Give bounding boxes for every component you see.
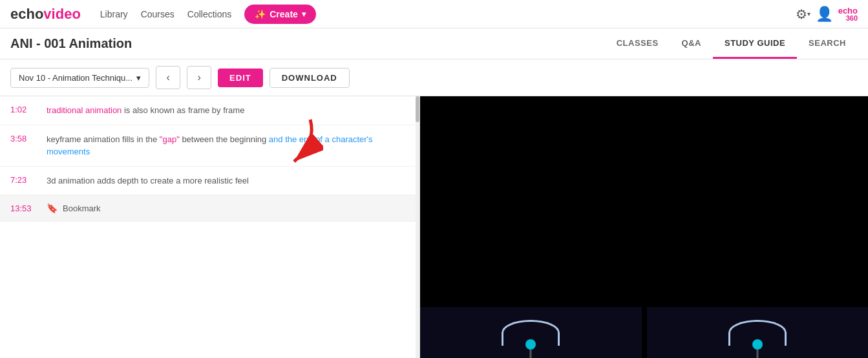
main-content: 1:02 traditional animation is also known…: [0, 96, 868, 358]
download-label: DOWNLOAD: [282, 73, 337, 83]
nav-link-library[interactable]: Library: [100, 9, 128, 19]
toolbar: Nov 10 - Animation Techniqu... ▾ ‹ › EDI…: [0, 59, 868, 96]
thumb-inner-1: [420, 307, 642, 358]
settings-button[interactable]: ⚙ ▾: [796, 6, 810, 22]
tab-classes[interactable]: CLASSES: [605, 28, 670, 59]
timestamp-4[interactable]: 13:53: [10, 203, 36, 213]
prev-arrow-icon: ‹: [166, 72, 169, 83]
video-thumb-1[interactable]: [420, 307, 642, 358]
nav-link-courses[interactable]: Courses: [141, 9, 175, 19]
echo360-brand: echo 360: [838, 6, 858, 22]
page-title: ANI - 001 Animation: [10, 36, 605, 51]
top-navigation: echovideo Library Courses Collections ✨ …: [0, 0, 868, 28]
chevron-down-icon: ▾: [302, 10, 306, 19]
session-dropdown[interactable]: Nov 10 - Animation Techniqu... ▾: [10, 68, 149, 88]
settings-icon: ⚙: [796, 6, 807, 22]
video-thumbnails: [420, 307, 868, 358]
tab-qa[interactable]: Q&A: [670, 28, 713, 59]
bookmark-icon: 🔖: [47, 203, 58, 213]
study-guide-panel: 1:02 traditional animation is also known…: [0, 96, 420, 358]
nav-right-icons: ⚙ ▾ 👤 echo 360: [796, 6, 858, 23]
highlight-2a: "gap": [160, 134, 180, 144]
next-arrow-icon: ›: [197, 72, 200, 83]
title-tabs: CLASSES Q&A STUDY GUIDE SEARCH: [605, 28, 858, 59]
thumb-dot-2: [752, 339, 763, 350]
create-label: Create: [270, 9, 298, 19]
timestamp-3[interactable]: 7:23: [10, 174, 36, 185]
tab-study-guide[interactable]: STUDY GUIDE: [713, 28, 797, 59]
logo-echo-text: echo: [10, 6, 43, 23]
logo-video-text: video: [43, 6, 80, 23]
study-text-3: 3d animation adds depth to create a more…: [47, 174, 249, 187]
video-thumb-2[interactable]: [647, 307, 869, 358]
create-button[interactable]: ✨ Create ▾: [244, 5, 316, 24]
settings-chevron-icon: ▾: [807, 10, 810, 17]
highlight-1: traditional animation: [47, 105, 124, 115]
video-black-area[interactable]: [420, 96, 868, 307]
video-panel: [420, 96, 868, 358]
study-item-1: 1:02 traditional animation is also known…: [0, 96, 419, 125]
user-profile-button[interactable]: 👤: [816, 6, 833, 23]
thumb-line-2: [756, 350, 758, 358]
study-text-1: traditional animation is also known as f…: [47, 104, 244, 117]
nav-link-collections[interactable]: Collections: [187, 9, 231, 19]
dropdown-chevron-icon: ▾: [136, 73, 141, 83]
title-bar: ANI - 001 Animation CLASSES Q&A STUDY GU…: [0, 28, 868, 59]
study-text-2: keyframe animation fills in the "gap" be…: [47, 133, 409, 158]
scroll-thumb[interactable]: [416, 96, 419, 122]
prev-session-button[interactable]: ‹: [156, 66, 180, 89]
tab-search[interactable]: SEARCH: [797, 28, 858, 59]
next-session-button[interactable]: ›: [187, 66, 211, 89]
user-icon: 👤: [816, 6, 833, 23]
edit-button[interactable]: EDIT: [218, 68, 263, 87]
study-item-2: 3:58 keyframe animation fills in the "ga…: [0, 125, 419, 167]
edit-label: EDIT: [229, 73, 251, 83]
scrollbar[interactable]: [416, 96, 419, 358]
study-item-4: 13:53 🔖 Bookmark: [0, 195, 419, 222]
sparkle-icon: ✨: [255, 9, 266, 19]
logo: echovideo: [10, 6, 81, 23]
thumb-line-1: [530, 350, 532, 358]
thumb-inner-2: [647, 307, 869, 358]
bookmark-row: 🔖 Bookmark: [47, 203, 101, 213]
timestamp-2[interactable]: 3:58: [10, 133, 36, 143]
download-button[interactable]: DOWNLOAD: [270, 68, 350, 88]
timestamp-1[interactable]: 1:02: [10, 104, 36, 114]
thumb-dot-1: [525, 339, 536, 350]
session-dropdown-label: Nov 10 - Animation Techniqu...: [19, 73, 132, 83]
study-item-3: 7:23 3d animation adds depth to create a…: [0, 167, 419, 196]
bookmark-label: Bookmark: [63, 204, 101, 213]
